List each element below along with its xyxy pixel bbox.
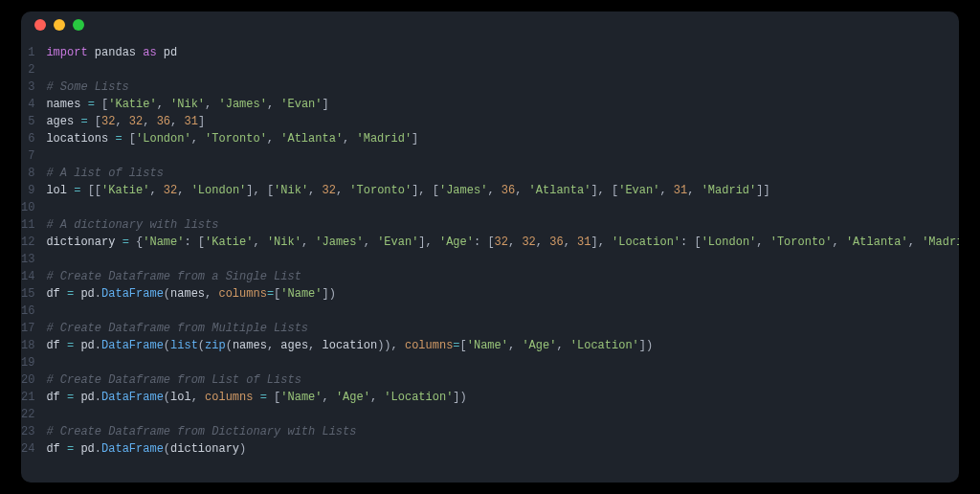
code-line[interactable]: # A list of lists [46,165,959,182]
code-line[interactable]: dictionary = {'Name': ['Katie', 'Nik', '… [46,234,959,251]
line-number: 11 [21,216,34,234]
line-number: 22 [21,406,34,423]
line-number: 4 [21,96,34,113]
code-line[interactable]: ages = [32, 32, 36, 31] [46,113,959,130]
line-number: 24 [21,440,34,458]
zoom-icon[interactable] [73,19,84,31]
code-line[interactable] [46,354,959,371]
line-number: 1 [21,44,34,61]
code-line[interactable] [46,251,959,268]
line-number: 15 [21,285,34,303]
editor[interactable]: 123456789101112131415161718192021222324 … [21,38,959,473]
line-number: 5 [21,113,34,130]
code-line[interactable]: # Some Lists [46,79,959,96]
code-line[interactable]: df = pd.DataFrame(lol, columns = ['Name'… [46,389,959,406]
code-line[interactable]: # Create Dataframe from a Single List [46,268,959,285]
code-window: 123456789101112131415161718192021222324 … [21,11,959,483]
line-number: 23 [21,423,34,440]
line-number: 8 [21,165,34,182]
line-number: 14 [21,268,34,285]
line-number: 20 [21,371,34,389]
close-icon[interactable] [34,19,46,31]
code-area[interactable]: import pandas as pd # Some Listsnames = … [46,44,959,458]
line-number: 17 [21,320,34,337]
code-line[interactable]: import pandas as pd [46,44,959,61]
line-number: 21 [21,389,34,406]
code-line[interactable]: names = ['Katie', 'Nik', 'James', 'Evan'… [46,96,959,113]
code-line[interactable]: locations = ['London', 'Toronto', 'Atlan… [46,130,959,147]
code-line[interactable]: # Create Dataframe from List of Lists [46,371,959,389]
line-number: 6 [21,130,34,147]
line-number: 7 [21,147,34,165]
line-number: 9 [21,182,34,199]
code-line[interactable]: df = pd.DataFrame(list(zip(names, ages, … [46,337,959,354]
code-line[interactable] [46,406,959,423]
line-number-gutter: 123456789101112131415161718192021222324 [21,44,46,458]
line-number: 2 [21,61,34,79]
line-number: 16 [21,303,34,320]
code-line[interactable]: # Create Dataframe from Multiple Lists [46,320,959,337]
line-number: 3 [21,79,34,96]
code-line[interactable]: # Create Dataframe from Dictionary with … [46,423,959,440]
code-line[interactable]: df = pd.DataFrame(names, columns=['Name'… [46,285,959,303]
line-number: 10 [21,199,34,216]
line-number: 13 [21,251,34,268]
minimize-icon[interactable] [54,19,65,31]
code-line[interactable]: df = pd.DataFrame(dictionary) [46,440,959,458]
line-number: 19 [21,354,34,371]
line-number: 18 [21,337,34,354]
code-line[interactable]: # A dictionary with lists [46,216,959,234]
code-line[interactable]: lol = [['Katie', 32, 'London'], ['Nik', … [46,182,959,199]
code-line[interactable] [46,199,959,216]
code-line[interactable] [46,147,959,165]
titlebar [21,11,959,38]
code-line[interactable] [46,61,959,79]
line-number: 12 [21,234,34,251]
code-line[interactable] [46,303,959,320]
